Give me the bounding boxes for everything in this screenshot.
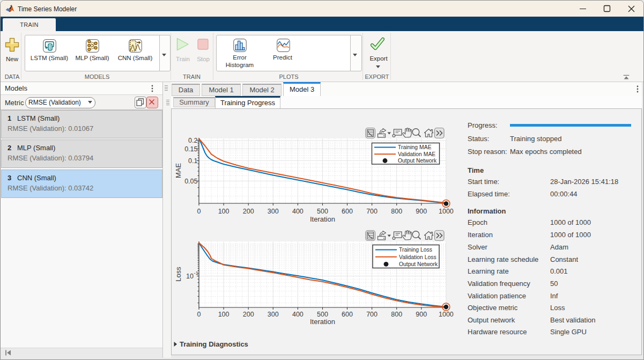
- svg-text:500: 500: [317, 208, 328, 215]
- svg-text:0.1: 0.1: [188, 157, 197, 165]
- svg-text:10: 10: [186, 273, 194, 280]
- svg-text:500: 500: [317, 311, 328, 318]
- svg-text:0.15: 0.15: [184, 145, 197, 153]
- svg-text:900: 900: [416, 208, 427, 215]
- svg-text:300: 300: [268, 208, 279, 215]
- svg-text:Loss: Loss: [174, 267, 182, 282]
- svg-text:900: 900: [416, 311, 427, 318]
- svg-text:800: 800: [391, 208, 402, 215]
- svg-text:0: 0: [197, 311, 201, 318]
- svg-text:300: 300: [268, 311, 279, 318]
- svg-text:Output Network: Output Network: [399, 261, 438, 267]
- svg-text:600: 600: [342, 311, 353, 318]
- svg-text:1000: 1000: [439, 208, 454, 215]
- svg-text:800: 800: [391, 311, 402, 318]
- svg-text:0.05: 0.05: [184, 178, 197, 185]
- svg-text:400: 400: [292, 311, 304, 318]
- svg-text:Iteration: Iteration: [310, 215, 335, 223]
- svg-text:700: 700: [366, 311, 377, 318]
- svg-text:Validation MAE: Validation MAE: [398, 151, 435, 157]
- svg-text:200: 200: [243, 208, 254, 215]
- svg-text:1000: 1000: [439, 311, 454, 318]
- svg-text:0: 0: [197, 208, 201, 215]
- svg-text:100: 100: [218, 311, 230, 318]
- svg-text:200: 200: [243, 311, 254, 318]
- svg-text:0.2: 0.2: [188, 137, 197, 144]
- svg-text:Iteration: Iteration: [310, 318, 335, 326]
- svg-text:600: 600: [342, 208, 353, 215]
- svg-text:100: 100: [218, 208, 230, 215]
- svg-text:400: 400: [292, 208, 304, 215]
- svg-text:-1: -1: [194, 270, 198, 276]
- svg-text:Output Network: Output Network: [398, 158, 437, 164]
- svg-text:MAE: MAE: [174, 163, 182, 179]
- svg-text:Training Loss: Training Loss: [399, 247, 432, 253]
- svg-text:Training MAE: Training MAE: [398, 144, 432, 150]
- svg-text:700: 700: [366, 208, 377, 215]
- svg-text:Validation Loss: Validation Loss: [399, 254, 436, 260]
